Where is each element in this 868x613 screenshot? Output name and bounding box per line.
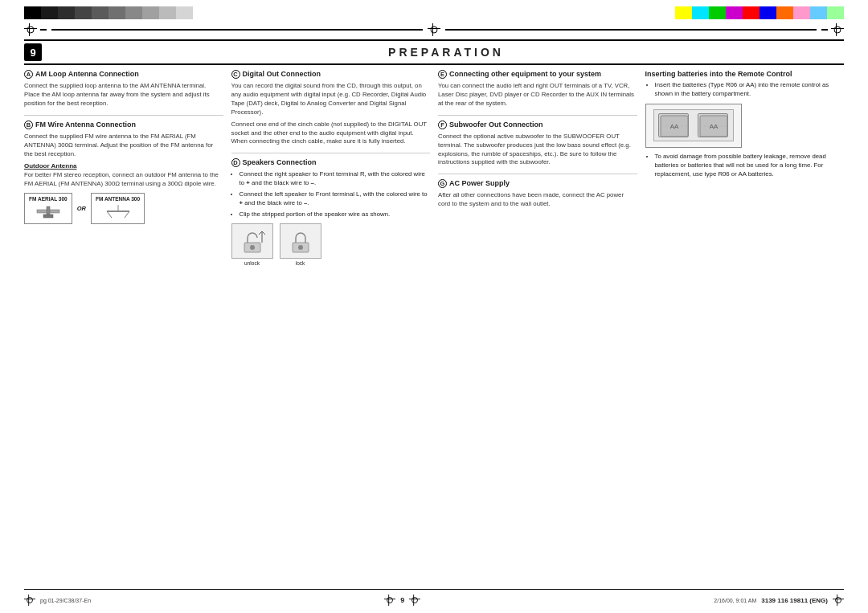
battery-inner: AA AA (653, 109, 734, 141)
section-e: E Connecting other equipment to your sys… (438, 70, 637, 108)
section-e-letter: E (438, 70, 447, 79)
section-g-title-text: AC Power Supply (449, 179, 510, 187)
swatch-magenta (726, 6, 743, 19)
svg-point-17 (250, 245, 255, 250)
section-a-letter: A (24, 70, 33, 79)
battery-body1: Insert the batteries (Type R06 or AA) in… (655, 81, 845, 99)
section-d-title-text: Speakers Connection (243, 158, 317, 166)
swatch-black (24, 6, 41, 19)
swatch-lightblue (810, 6, 827, 19)
unlock-svg (236, 227, 268, 255)
bottom-strip: pg 01-29/C38/37-En 9 (24, 589, 844, 609)
antenna-or: OR (77, 205, 86, 212)
svg-point-5 (431, 27, 437, 33)
battery-body2-list: To avoid damage from possible battery le… (645, 153, 845, 179)
svg-rect-27 (28, 595, 29, 606)
svg-line-15 (125, 211, 129, 218)
top-line-right (445, 29, 817, 31)
reg-mark-bl (24, 595, 35, 606)
fm-antenna-diagram: FM AERIAL 300 OR FM ANTENNA 300 (24, 193, 223, 224)
section-c-title-text: Digital Out Connection (243, 70, 321, 78)
top-line-center (51, 29, 423, 31)
battery-slot-2: AA (698, 113, 728, 137)
section-a-body: Connect the supplied loop antenna to the… (24, 82, 223, 108)
antenna-box-right: FM ANTENNA 300 (91, 193, 145, 224)
speaker-img-unlock: unlock (231, 223, 273, 266)
top-line-left (40, 29, 47, 31)
lock-svg (285, 227, 317, 255)
section-d-bullet-2: Connect the left speaker to Front termin… (240, 190, 431, 208)
reg-mark-bc2 (409, 595, 420, 606)
swatch-yellow (675, 6, 692, 19)
section-d-list: Connect the right speaker to Front termi… (231, 170, 431, 219)
battery-body1-list: Insert the batteries (Type R06 or AA) in… (645, 81, 845, 99)
svg-rect-35 (833, 599, 844, 599)
svg-point-19 (298, 245, 303, 250)
reg-mark-tl (24, 23, 37, 36)
svg-rect-26 (24, 599, 35, 599)
speaker-connection-images: unlock lock (231, 223, 431, 266)
swatch-blue (760, 6, 776, 19)
swatch-dark1 (41, 6, 58, 19)
svg-rect-30 (388, 595, 389, 606)
section-c-body2: Connect one end of the cinch cable (not … (231, 121, 431, 147)
antenna-left-label: FM AERIAL 300 (29, 196, 68, 202)
section-b-sub-body: For better FM stereo reception, connect … (24, 171, 223, 189)
page-number-badge: 9 (24, 43, 42, 61)
swatch-gray2 (108, 6, 125, 19)
section-g-title: G AC Power Supply (438, 179, 637, 188)
section-b-sub-title: Outdoor Antenna (24, 162, 223, 170)
swatch-gray4 (142, 6, 159, 19)
battery-body2: To avoid damage from possible battery le… (655, 153, 845, 179)
section-b-body: Connect the supplied FM wire antenna to … (24, 133, 223, 159)
swatch-gray5 (159, 6, 176, 19)
section-d-letter: D (231, 158, 240, 167)
section-d-title: D Speakers Connection (231, 158, 431, 167)
bottom-page-number: 9 (400, 596, 404, 604)
section-g-letter: G (438, 179, 447, 188)
battery-slot-1: AA (658, 113, 689, 137)
swatch-red (743, 6, 760, 19)
svg-rect-3 (428, 28, 440, 29)
section-g: G AC Power Supply After all other connec… (438, 179, 637, 209)
section-e-body: You can connect the audio left and right… (438, 82, 637, 108)
section-f-body: Connect the optional active subwoofer to… (438, 133, 637, 168)
section-c-title: C Digital Out Connection (231, 70, 431, 79)
swatch-gray1 (92, 6, 108, 19)
swatch-dark3 (75, 6, 92, 19)
svg-point-34 (412, 598, 418, 603)
swatch-gray3 (125, 6, 142, 19)
swatch-pink (793, 6, 810, 19)
top-line-right2 (821, 29, 828, 31)
section-d-bullet-1: Connect the right speaker to Front termi… (240, 170, 431, 188)
page-title: PREPARATION (388, 46, 504, 59)
svg-text:AA: AA (710, 123, 719, 130)
reg-mark-br (833, 595, 844, 606)
section-battery: Inserting batteries into the Remote Cont… (645, 70, 845, 179)
section-c-body1: You can record the digital sound from th… (231, 82, 431, 117)
section-b-title-text: FM Wire Antenna Connection (35, 121, 136, 129)
svg-line-14 (107, 211, 112, 218)
antenna-right-label: FM ANTENNA 300 (96, 196, 140, 202)
section-f-title: F Subwoofer Out Connection (438, 121, 637, 129)
section-c: C Digital Out Connection You can record … (231, 70, 431, 146)
document-id: 3139 116 19811 (ENG) (761, 597, 828, 604)
section-b-title: B FM Wire Antenna Connection (24, 121, 223, 129)
swatch-orange (776, 6, 793, 19)
svg-rect-33 (413, 595, 414, 606)
bottom-line (24, 589, 844, 591)
section-d-bullet-3: Clip the stripped portion of the speaker… (240, 210, 431, 219)
reg-mark-bc (384, 595, 395, 606)
antenna-left-svg (35, 203, 61, 219)
reg-mark-tr (831, 23, 844, 36)
section-b-letter: B (24, 121, 33, 129)
lock-label: lock (296, 260, 305, 266)
svg-point-37 (835, 598, 841, 603)
date-info: 2/16/00, 9:01 AM (714, 598, 756, 603)
section-e-title-text: Connecting other equipment to your syste… (449, 70, 601, 78)
svg-point-31 (387, 598, 393, 603)
section-g-body: After all other connections have been ma… (438, 191, 637, 209)
print-info: pg 01-29/C38/37-En (40, 598, 91, 603)
swatch-lightgreen (827, 6, 844, 19)
unlock-label: unlock (244, 260, 260, 266)
